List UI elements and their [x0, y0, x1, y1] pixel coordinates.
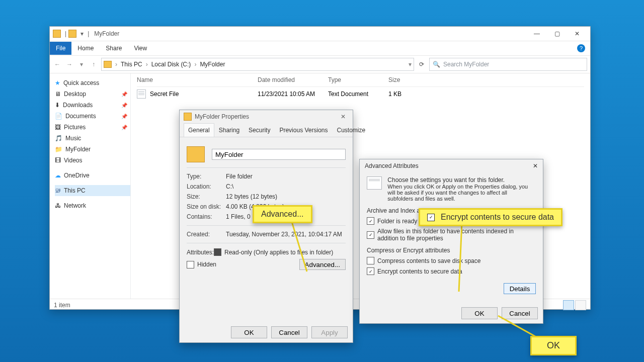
sidebar-this-pc[interactable]: 🖳This PC	[55, 185, 130, 196]
sidebar-label: Desktop	[64, 90, 86, 98]
col-name[interactable]: Name	[137, 76, 258, 83]
label-hidden: Hidden	[197, 261, 216, 268]
label-location: Location:	[187, 183, 226, 190]
close-button[interactable]: ✕	[338, 113, 349, 120]
close-button[interactable]: ✕	[567, 28, 587, 40]
tab-sharing[interactable]: Sharing	[214, 123, 244, 137]
refresh-button[interactable]: ⟳	[417, 60, 426, 69]
sidebar-item-downloads[interactable]: ⬇Downloads📌	[55, 100, 130, 111]
view-details-button[interactable]	[563, 300, 574, 310]
checkbox-compress[interactable]	[367, 257, 374, 264]
label-contains: Contains:	[187, 213, 226, 220]
callout-encrypt: ✓ Encrypt contents to secure data	[419, 208, 562, 226]
file-name: Secret File	[150, 90, 179, 98]
pin-icon: 📌	[121, 92, 127, 97]
close-button[interactable]: ✕	[533, 162, 538, 169]
sidebar-label: Network	[64, 202, 86, 209]
advanced-attributes-dialog: Advanced Attributes ✕ Choose the setting…	[359, 159, 543, 324]
tab-previous-versions[interactable]: Previous Versions	[275, 123, 332, 137]
ribbon-share[interactable]: Share	[100, 42, 128, 55]
label-readonly: Read-only (Only applies to files in fold…	[224, 249, 333, 256]
checkbox-icon: ✓	[427, 214, 435, 221]
search-icon: 🔍	[433, 61, 440, 68]
value-created: Tuesday, November 23, 2021, 10:04:17 AM	[226, 231, 342, 238]
minimize-button[interactable]: —	[527, 28, 547, 40]
sidebar-item-videos[interactable]: 🎞Videos	[55, 155, 130, 166]
view-icons-button[interactable]	[575, 300, 586, 310]
folder-icon	[184, 113, 192, 121]
checkbox-readonly[interactable]	[214, 248, 221, 256]
back-button[interactable]: ←	[53, 60, 62, 69]
up-button[interactable]: ↑	[89, 60, 98, 69]
col-size[interactable]: Size	[388, 76, 429, 83]
forward-button[interactable]: →	[65, 60, 74, 69]
pc-icon: 🖳	[55, 187, 61, 194]
breadcrumb-item[interactable]: This PC	[121, 61, 142, 68]
folder-icon	[68, 30, 76, 38]
text-file-icon	[137, 89, 146, 99]
tab-security[interactable]: Security	[244, 123, 275, 137]
file-row[interactable]: Secret File 11/23/2021 10:05 AM Text Doc…	[137, 87, 584, 101]
sidebar-item-pictures[interactable]: 🖼Pictures📌	[55, 122, 130, 133]
col-date[interactable]: Date modified	[258, 76, 328, 83]
breadcrumb-item[interactable]: MyFolder	[200, 61, 225, 68]
ribbon-file[interactable]: File	[50, 42, 71, 55]
checkbox-index[interactable]: ✓	[367, 231, 374, 239]
folder-icon	[187, 146, 205, 162]
advanced-titlebar: Advanced Attributes ✕	[360, 159, 543, 172]
col-type[interactable]: Type	[328, 76, 388, 83]
sidebar-label: Downloads	[63, 102, 93, 109]
sidebar-network[interactable]: 🖧Network	[55, 200, 130, 211]
label-type: Type:	[187, 173, 226, 180]
maximize-button[interactable]: ▢	[547, 28, 567, 40]
callout-label: Encrypt contents to secure data	[441, 213, 554, 222]
sidebar-quick-access[interactable]: ★Quick access	[55, 77, 130, 88]
sidebar-label: OneDrive	[64, 172, 90, 179]
column-headers: Name Date modified Type Size	[137, 73, 584, 87]
file-type: Text Document	[328, 90, 388, 98]
window-title: MyFolder	[94, 30, 119, 37]
search-input[interactable]: 🔍 Search MyFolder	[429, 58, 587, 71]
ok-button[interactable]: OK	[461, 307, 498, 319]
callout-label: OK	[547, 340, 560, 351]
breadcrumb[interactable]: › This PC › Local Disk (C:) › MyFolder ▾	[101, 58, 414, 71]
star-icon: ★	[55, 79, 60, 86]
titlebar-sep: |	[88, 30, 89, 37]
network-icon: 🖧	[55, 202, 61, 209]
sidebar-label: Music	[65, 135, 81, 142]
sidebar-item-myfolder[interactable]: 📁MyFolder	[55, 144, 130, 155]
folder-name-input[interactable]	[212, 149, 346, 160]
titlebar-sep: |	[65, 30, 66, 37]
label-size: Size:	[187, 193, 226, 200]
sidebar-item-documents[interactable]: 📄Documents📌	[55, 111, 130, 122]
help-icon[interactable]: ?	[577, 44, 585, 52]
sidebar-item-desktop[interactable]: 🖥Desktop📌	[55, 88, 130, 100]
callout-label: Advanced...	[261, 210, 304, 219]
nav-row: ← → ▾ ↑ › This PC › Local Disk (C:) › My…	[50, 56, 590, 73]
breadcrumb-item[interactable]: Local Disk (C:)	[151, 61, 191, 68]
ok-button[interactable]: OK	[231, 326, 267, 338]
details-button[interactable]: Details	[504, 283, 536, 294]
checkbox-encrypt[interactable]: ✓	[367, 267, 374, 275]
sidebar-onedrive[interactable]: ☁OneDrive	[55, 170, 130, 181]
ribbon: File Home Share View ?	[50, 41, 590, 56]
apply-button[interactable]: Apply	[311, 326, 348, 338]
cancel-button[interactable]: Cancel	[271, 326, 307, 338]
sidebar-label: This PC	[64, 187, 86, 194]
cancel-button[interactable]: Cancel	[502, 307, 538, 319]
section-compress-encrypt: Compress or Encrypt attributes	[367, 247, 536, 254]
label-attributes: Attributes:	[187, 249, 214, 256]
ribbon-home[interactable]: Home	[71, 42, 100, 55]
titlebar-sep: ▾	[80, 30, 84, 37]
tab-customize[interactable]: Customize	[332, 123, 370, 137]
dialog-title: MyFolder Properties	[195, 113, 249, 120]
checkbox-archive[interactable]: ✓	[367, 217, 374, 225]
ribbon-view[interactable]: View	[128, 42, 153, 55]
checkbox-hidden[interactable]	[187, 261, 194, 268]
pin-icon: 📌	[121, 103, 127, 108]
recent-dropdown[interactable]: ▾	[77, 60, 86, 69]
sidebar-item-music[interactable]: 🎵Music	[55, 133, 130, 144]
advanced-button[interactable]: Advanced...	[299, 259, 346, 270]
file-date: 11/23/2021 10:05 AM	[258, 90, 328, 98]
tab-general[interactable]: General	[184, 123, 214, 137]
